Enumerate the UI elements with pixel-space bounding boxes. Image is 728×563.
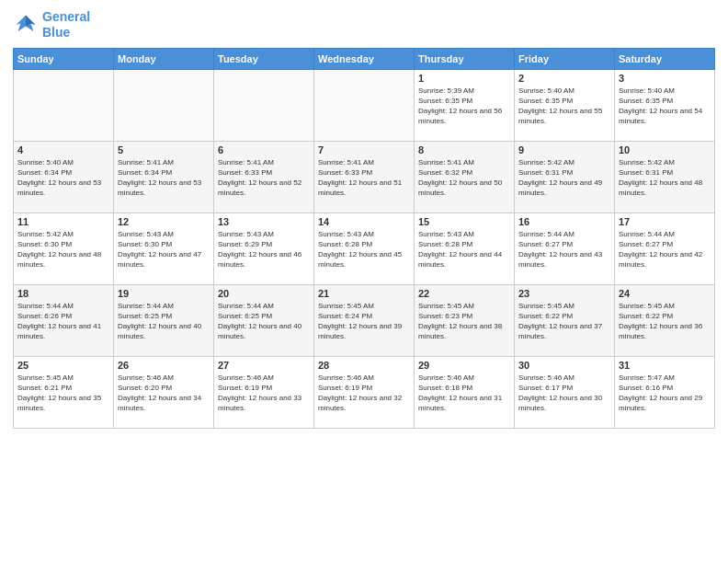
day-info: Sunrise: 5:46 AM Sunset: 6:19 PM Dayligh… — [218, 373, 310, 414]
calendar-cell — [314, 69, 415, 141]
day-number: 7 — [318, 144, 410, 155]
day-info: Sunrise: 5:44 AM Sunset: 6:25 PM Dayligh… — [218, 301, 310, 342]
calendar-cell: 30 Sunrise: 5:46 AM Sunset: 6:17 PM Dayl… — [515, 356, 615, 428]
calendar-table: Sunday Monday Tuesday Wednesday Thursday… — [13, 48, 715, 429]
header-monday: Monday — [114, 48, 214, 69]
day-info: Sunrise: 5:47 AM Sunset: 6:16 PM Dayligh… — [619, 373, 711, 414]
calendar-cell: 28 Sunrise: 5:46 AM Sunset: 6:19 PM Dayl… — [314, 356, 415, 428]
day-info: Sunrise: 5:45 AM Sunset: 6:21 PM Dayligh… — [17, 373, 109, 414]
day-number: 27 — [218, 360, 310, 371]
calendar-cell — [114, 69, 214, 141]
day-number: 30 — [518, 360, 610, 371]
day-number: 6 — [218, 144, 310, 155]
calendar-cell: 18 Sunrise: 5:44 AM Sunset: 6:26 PM Dayl… — [14, 284, 114, 356]
calendar-cell: 7 Sunrise: 5:41 AM Sunset: 6:33 PM Dayli… — [314, 141, 415, 213]
calendar-cell: 16 Sunrise: 5:44 AM Sunset: 6:27 PM Dayl… — [515, 213, 615, 284]
calendar-cell — [14, 69, 114, 141]
calendar-cell: 3 Sunrise: 5:40 AM Sunset: 6:35 PM Dayli… — [615, 69, 715, 141]
day-number: 20 — [218, 288, 310, 299]
day-info: Sunrise: 5:44 AM Sunset: 6:25 PM Dayligh… — [118, 301, 210, 342]
day-info: Sunrise: 5:46 AM Sunset: 6:20 PM Dayligh… — [118, 373, 210, 414]
logo-icon — [13, 12, 39, 38]
day-number: 11 — [17, 216, 109, 227]
day-number: 12 — [118, 216, 210, 227]
page-header: General Blue — [13, 9, 715, 40]
calendar-cell: 12 Sunrise: 5:43 AM Sunset: 6:30 PM Dayl… — [114, 213, 214, 284]
day-number: 31 — [619, 360, 711, 371]
calendar-cell: 13 Sunrise: 5:43 AM Sunset: 6:29 PM Dayl… — [214, 213, 314, 284]
logo: General Blue — [13, 9, 90, 40]
day-info: Sunrise: 5:44 AM Sunset: 6:26 PM Dayligh… — [17, 301, 109, 342]
day-info: Sunrise: 5:45 AM Sunset: 6:24 PM Dayligh… — [318, 301, 410, 342]
calendar-cell: 20 Sunrise: 5:44 AM Sunset: 6:25 PM Dayl… — [214, 284, 314, 356]
calendar-cell: 17 Sunrise: 5:44 AM Sunset: 6:27 PM Dayl… — [615, 213, 715, 284]
calendar-cell: 26 Sunrise: 5:46 AM Sunset: 6:20 PM Dayl… — [114, 356, 214, 428]
day-number: 8 — [418, 144, 510, 155]
header-friday: Friday — [515, 48, 615, 69]
day-info: Sunrise: 5:45 AM Sunset: 6:22 PM Dayligh… — [619, 301, 711, 342]
day-number: 5 — [118, 144, 210, 155]
day-info: Sunrise: 5:43 AM Sunset: 6:28 PM Dayligh… — [318, 229, 410, 270]
day-info: Sunrise: 5:41 AM Sunset: 6:34 PM Dayligh… — [118, 157, 210, 199]
page-container: General Blue Sunday Monday Tuesday Wedne… — [0, 0, 728, 563]
day-number: 19 — [118, 288, 210, 299]
day-info: Sunrise: 5:46 AM Sunset: 6:18 PM Dayligh… — [418, 373, 510, 414]
calendar-cell: 1 Sunrise: 5:39 AM Sunset: 6:35 PM Dayli… — [415, 69, 515, 141]
day-info: Sunrise: 5:40 AM Sunset: 6:35 PM Dayligh… — [619, 86, 711, 127]
calendar-cell: 15 Sunrise: 5:43 AM Sunset: 6:28 PM Dayl… — [415, 213, 515, 284]
day-number: 15 — [418, 216, 510, 227]
day-number: 25 — [17, 360, 109, 371]
day-info: Sunrise: 5:41 AM Sunset: 6:33 PM Dayligh… — [318, 157, 410, 199]
logo-text: General Blue — [42, 9, 90, 40]
day-number: 23 — [518, 288, 610, 299]
calendar-cell: 27 Sunrise: 5:46 AM Sunset: 6:19 PM Dayl… — [214, 356, 314, 428]
day-info: Sunrise: 5:41 AM Sunset: 6:32 PM Dayligh… — [418, 157, 510, 199]
day-info: Sunrise: 5:46 AM Sunset: 6:19 PM Dayligh… — [318, 373, 410, 414]
calendar-cell — [214, 69, 314, 141]
calendar-cell: 6 Sunrise: 5:41 AM Sunset: 6:33 PM Dayli… — [214, 141, 314, 213]
calendar-cell: 4 Sunrise: 5:40 AM Sunset: 6:34 PM Dayli… — [14, 141, 114, 213]
calendar-header-row: Sunday Monday Tuesday Wednesday Thursday… — [14, 48, 715, 69]
day-number: 18 — [17, 288, 109, 299]
header-saturday: Saturday — [615, 48, 715, 69]
day-number: 2 — [518, 73, 610, 84]
calendar-cell: 5 Sunrise: 5:41 AM Sunset: 6:34 PM Dayli… — [114, 141, 214, 213]
calendar-cell: 9 Sunrise: 5:42 AM Sunset: 6:31 PM Dayli… — [515, 141, 615, 213]
day-info: Sunrise: 5:45 AM Sunset: 6:23 PM Dayligh… — [418, 301, 510, 342]
day-number: 26 — [118, 360, 210, 371]
day-number: 22 — [418, 288, 510, 299]
calendar-cell: 10 Sunrise: 5:42 AM Sunset: 6:31 PM Dayl… — [615, 141, 715, 213]
calendar-cell: 21 Sunrise: 5:45 AM Sunset: 6:24 PM Dayl… — [314, 284, 415, 356]
day-info: Sunrise: 5:44 AM Sunset: 6:27 PM Dayligh… — [518, 229, 610, 270]
day-info: Sunrise: 5:42 AM Sunset: 6:30 PM Dayligh… — [17, 229, 109, 270]
calendar-cell: 31 Sunrise: 5:47 AM Sunset: 6:16 PM Dayl… — [615, 356, 715, 428]
day-number: 28 — [318, 360, 410, 371]
day-info: Sunrise: 5:40 AM Sunset: 6:35 PM Dayligh… — [518, 86, 610, 127]
day-info: Sunrise: 5:40 AM Sunset: 6:34 PM Dayligh… — [17, 157, 109, 199]
day-number: 9 — [518, 144, 610, 155]
day-info: Sunrise: 5:42 AM Sunset: 6:31 PM Dayligh… — [518, 157, 610, 199]
day-number: 10 — [619, 144, 711, 155]
day-number: 24 — [619, 288, 711, 299]
day-number: 21 — [318, 288, 410, 299]
calendar-cell: 2 Sunrise: 5:40 AM Sunset: 6:35 PM Dayli… — [515, 69, 615, 141]
day-info: Sunrise: 5:43 AM Sunset: 6:29 PM Dayligh… — [218, 229, 310, 270]
day-number: 17 — [619, 216, 711, 227]
day-number: 4 — [17, 144, 109, 155]
header-sunday: Sunday — [14, 48, 114, 69]
day-info: Sunrise: 5:41 AM Sunset: 6:33 PM Dayligh… — [218, 157, 310, 199]
calendar-cell: 14 Sunrise: 5:43 AM Sunset: 6:28 PM Dayl… — [314, 213, 415, 284]
day-number: 14 — [318, 216, 410, 227]
day-info: Sunrise: 5:39 AM Sunset: 6:35 PM Dayligh… — [418, 86, 510, 127]
day-number: 16 — [518, 216, 610, 227]
day-info: Sunrise: 5:45 AM Sunset: 6:22 PM Dayligh… — [518, 301, 610, 342]
header-wednesday: Wednesday — [314, 48, 415, 69]
day-number: 29 — [418, 360, 510, 371]
calendar-cell: 19 Sunrise: 5:44 AM Sunset: 6:25 PM Dayl… — [114, 284, 214, 356]
calendar-cell: 24 Sunrise: 5:45 AM Sunset: 6:22 PM Dayl… — [615, 284, 715, 356]
day-number: 13 — [218, 216, 310, 227]
day-info: Sunrise: 5:46 AM Sunset: 6:17 PM Dayligh… — [518, 373, 610, 414]
day-info: Sunrise: 5:42 AM Sunset: 6:31 PM Dayligh… — [619, 157, 711, 199]
calendar-cell: 22 Sunrise: 5:45 AM Sunset: 6:23 PM Dayl… — [415, 284, 515, 356]
day-number: 3 — [619, 73, 711, 84]
